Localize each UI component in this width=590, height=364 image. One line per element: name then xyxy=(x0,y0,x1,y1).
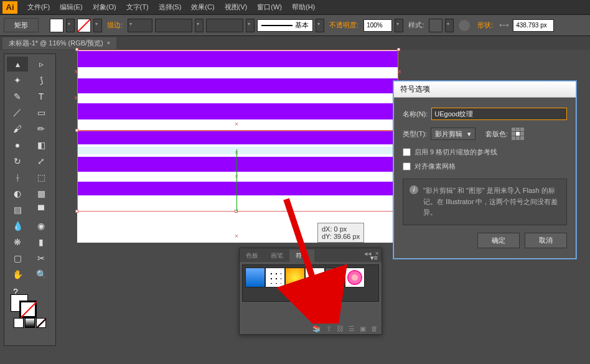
symbol-sprayer-tool[interactable]: ❋ xyxy=(7,235,28,250)
ok-button[interactable]: 确定 xyxy=(477,233,520,248)
selection-handle[interactable] xyxy=(75,129,78,132)
symbol-library-icon[interactable]: 📚 xyxy=(312,325,321,333)
break-link-icon[interactable]: ⛓ xyxy=(337,325,344,333)
control-bar: 矩形 描边: 基本 不透明度: 样式: 形状: ⟷ xyxy=(0,15,590,36)
menu-view[interactable]: 视图(V) xyxy=(225,2,248,12)
stroke-style-dd[interactable] xyxy=(316,19,324,32)
stroke-swatch[interactable] xyxy=(77,19,91,32)
pen-tool[interactable]: ✎ xyxy=(7,89,28,104)
eraser-tool[interactable]: ◧ xyxy=(30,138,52,152)
symbol-name-input[interactable] xyxy=(431,108,567,120)
free-transform-tool[interactable]: ⬚ xyxy=(30,170,52,185)
menu-select[interactable]: 选择(S) xyxy=(159,2,182,12)
color-mode-swatches[interactable] xyxy=(7,318,53,328)
artboard-tool[interactable]: ▢ xyxy=(7,251,28,266)
document-tab[interactable]: 未标题-1* @ 116% (RGB/预览) × xyxy=(2,37,116,49)
stroke-profile-dd[interactable] xyxy=(195,19,204,32)
pencil-tool[interactable]: ✏ xyxy=(30,121,52,136)
fill-stroke-swatches[interactable]: ? xyxy=(7,286,53,315)
lasso-tool[interactable]: ⟆ xyxy=(30,73,52,88)
menu-type[interactable]: 文字(T) xyxy=(126,2,149,12)
cancel-button[interactable]: 取消 xyxy=(525,233,567,248)
symbol-item[interactable] xyxy=(245,268,265,287)
selection-handle[interactable] xyxy=(75,210,78,213)
opacity-dd[interactable] xyxy=(395,19,403,32)
gradient-tool[interactable]: ▀ xyxy=(30,202,52,217)
place-symbol-icon[interactable]: ⇪ xyxy=(326,325,332,333)
selection-handle[interactable] xyxy=(397,48,400,51)
symbol-options-icon[interactable]: ☰ xyxy=(349,325,355,333)
tab-swatches[interactable]: 色板 xyxy=(240,250,265,262)
width-icon: ⟷ xyxy=(499,21,509,29)
zoom-tool[interactable]: 🔍 xyxy=(30,267,52,282)
rectangle-tool[interactable]: ▭ xyxy=(30,105,52,120)
document-tab-title: 未标题-1* @ 116% (RGB/预览) xyxy=(9,39,103,48)
brush-tool[interactable]: 🖌 xyxy=(7,121,28,136)
type-tool[interactable]: T xyxy=(30,89,52,104)
registration-grid[interactable] xyxy=(512,128,524,140)
menu-object[interactable]: 对象(O) xyxy=(93,2,116,12)
symbol-item[interactable] xyxy=(305,268,325,287)
opacity-input[interactable] xyxy=(363,19,392,32)
column-graph-tool[interactable]: ▮ xyxy=(30,235,52,250)
pixel-align-checkbox[interactable] xyxy=(403,162,411,170)
eyedropper-tool[interactable]: 💧 xyxy=(7,218,28,233)
menu-effect[interactable]: 效果(C) xyxy=(191,2,214,12)
anchor-mark: × xyxy=(74,95,78,101)
hand-tool[interactable]: ✋ xyxy=(7,267,28,282)
anchor-mark: × xyxy=(235,121,238,128)
shape2-label: 形状: xyxy=(477,21,493,30)
menu-edit[interactable]: 编辑(E) xyxy=(60,2,83,12)
menu-window[interactable]: 窗口(W) xyxy=(257,2,282,12)
info-icon: i xyxy=(410,185,418,194)
magic-wand-tool[interactable]: ✦ xyxy=(7,73,28,88)
mesh-tool[interactable]: ▤ xyxy=(7,202,28,217)
stroke-dropdown[interactable] xyxy=(93,19,102,32)
pixel-align-label: 对齐像素网格 xyxy=(414,162,456,171)
symbol-item[interactable] xyxy=(265,268,285,287)
menu-file[interactable]: 文件(F) xyxy=(27,2,50,12)
symbol-item[interactable] xyxy=(285,268,305,287)
tab-symbols[interactable]: 符号 xyxy=(289,250,314,262)
panel-close-icon[interactable]: × xyxy=(375,250,379,258)
rotate-tool[interactable]: ↻ xyxy=(7,154,28,169)
new-symbol-icon[interactable]: ▣ xyxy=(360,325,366,333)
app-logo: Ai xyxy=(2,1,17,14)
stroke-weight[interactable] xyxy=(128,19,152,32)
type-label: 类型(T): xyxy=(403,129,427,139)
brush-def-dd[interactable] xyxy=(246,19,255,32)
perspective-tool[interactable]: ▦ xyxy=(30,186,52,201)
blend-tool[interactable]: ◉ xyxy=(30,218,52,233)
graphic-style-dd[interactable] xyxy=(445,19,454,32)
slice-tool[interactable]: ✂ xyxy=(30,251,52,266)
nine-slice-checkbox[interactable] xyxy=(403,148,411,156)
line-tool[interactable]: ／ xyxy=(7,105,28,120)
direct-selection-tool[interactable]: ▹ xyxy=(30,57,52,72)
stroke-profile[interactable] xyxy=(155,19,192,32)
panel-controls: ◂◂ × xyxy=(364,250,379,258)
panel-collapse-icon[interactable]: ◂◂ xyxy=(364,250,372,258)
menu-help[interactable]: 帮助(H) xyxy=(292,2,315,12)
close-tab-icon[interactable]: × xyxy=(107,40,110,46)
symbol-type-select[interactable]: 影片剪辑▾ xyxy=(431,128,475,140)
stroke-style[interactable]: 基本 xyxy=(257,19,313,32)
tab-brushes[interactable]: 画笔 xyxy=(265,250,289,262)
recolor-icon[interactable] xyxy=(459,20,470,31)
shape-builder-tool[interactable]: ◐ xyxy=(7,186,28,201)
width-tool[interactable]: ⟊ xyxy=(7,170,28,185)
document-tab-bar: 未标题-1* @ 116% (RGB/预览) × xyxy=(0,36,590,50)
graphic-style[interactable] xyxy=(429,19,442,32)
delete-symbol-icon[interactable]: 🗑 xyxy=(371,325,378,333)
fill-swatch[interactable] xyxy=(50,19,63,32)
scale-tool[interactable]: ⤢ xyxy=(30,154,52,169)
width-input[interactable] xyxy=(513,19,554,32)
brush-def[interactable] xyxy=(206,19,243,32)
symbol-item[interactable] xyxy=(325,268,345,287)
selection-tool[interactable]: ▴ xyxy=(7,57,28,72)
symbols-grid[interactable] xyxy=(242,264,379,302)
blob-brush-tool[interactable]: ● xyxy=(7,138,28,152)
selection-handle[interactable] xyxy=(75,48,78,51)
fill-dropdown[interactable] xyxy=(66,19,75,32)
panel-tabs: 色板 画笔 符号 ▾≡ xyxy=(240,248,382,262)
symbol-item[interactable] xyxy=(345,268,365,287)
